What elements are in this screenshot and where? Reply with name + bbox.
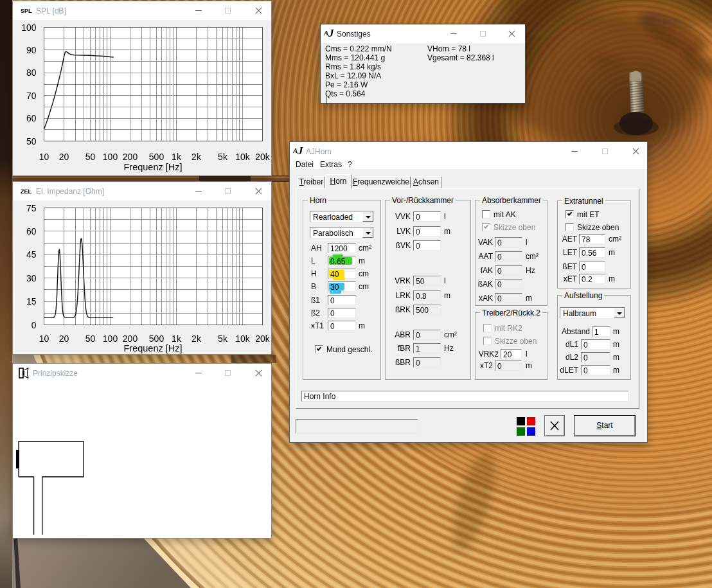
svg-text:1k: 1k	[172, 152, 182, 162]
svg-text:500: 500	[149, 334, 165, 344]
svg-text:50: 50	[26, 136, 37, 147]
svg-text:100: 100	[103, 152, 118, 162]
svg-text:2k: 2k	[191, 334, 202, 344]
svg-text:60: 60	[26, 113, 37, 123]
svg-text:1k: 1k	[172, 334, 182, 344]
svg-text:20k: 20k	[255, 152, 271, 162]
svg-text:100: 100	[21, 22, 37, 33]
svg-text:10: 10	[39, 334, 49, 344]
svg-text:0: 0	[31, 320, 37, 330]
svg-text:2k: 2k	[191, 152, 202, 162]
svg-text:Frequenz [Hz]: Frequenz [Hz]	[123, 343, 182, 353]
svg-text:Frequenz [Hz]: Frequenz [Hz]	[123, 162, 182, 172]
svg-text:45: 45	[26, 249, 37, 260]
svg-text:60: 60	[26, 226, 37, 236]
svg-text:200: 200	[123, 334, 138, 344]
svg-text:500: 500	[149, 152, 165, 162]
svg-text:100: 100	[103, 334, 118, 344]
svg-text:10: 10	[39, 152, 49, 162]
svg-text:30: 30	[26, 273, 37, 283]
svg-text:15: 15	[26, 296, 37, 307]
svg-text:50: 50	[85, 334, 96, 344]
svg-text:5k: 5k	[218, 334, 228, 344]
svg-text:20k: 20k	[255, 334, 271, 344]
svg-text:90: 90	[26, 45, 37, 55]
svg-text:80: 80	[26, 67, 37, 78]
svg-text:10k: 10k	[235, 334, 251, 344]
svg-text:70: 70	[26, 91, 37, 101]
svg-text:50: 50	[85, 152, 96, 162]
svg-text:75: 75	[26, 203, 37, 213]
svg-text:5k: 5k	[218, 152, 228, 162]
svg-text:20: 20	[59, 334, 69, 344]
svg-text:20: 20	[59, 152, 69, 162]
svg-text:10k: 10k	[235, 152, 251, 162]
svg-text:200: 200	[123, 152, 138, 162]
